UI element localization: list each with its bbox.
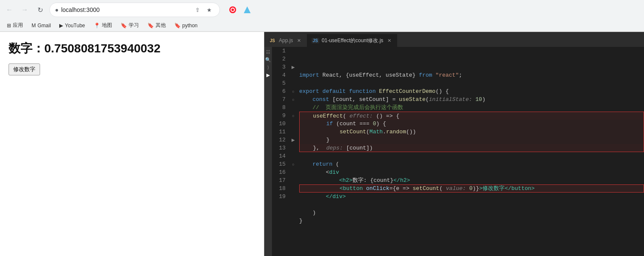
code-token: if: [326, 120, 336, 128]
code-token: import: [299, 71, 323, 79]
line-numbers: 12345678910111213141516171819: [272, 47, 289, 256]
vscode-editor: JSApp.js✕JS01-useEffect的count修改.js✕ ☷ 🔍 …: [264, 32, 644, 256]
bookmark-item[interactable]: 🔖学习: [117, 20, 142, 30]
circle-icon[interactable]: ○: [292, 98, 294, 102]
code-token: [299, 193, 326, 201]
debug-icon[interactable]: ▶: [265, 72, 271, 78]
line-dec-4: [289, 71, 297, 79]
browser-extensions: [227, 4, 253, 16]
line-num-6: 6: [282, 87, 286, 95]
code-token: [299, 209, 312, 217]
code-token: .: [383, 128, 386, 136]
code-token: [299, 160, 312, 168]
search-icon[interactable]: 🔍: [265, 56, 271, 63]
scm-icon[interactable]: ⟩: [265, 64, 271, 71]
tab-close-1[interactable]: ✕: [386, 37, 393, 44]
code-token: ===: [359, 120, 373, 128]
code-line-17: [299, 201, 644, 209]
bookmark-item[interactable]: 🔖其他: [144, 20, 169, 30]
share-button[interactable]: ⇧: [192, 5, 202, 15]
code-token: [count, setCount]: [332, 95, 392, 104]
code-token: div: [329, 168, 339, 176]
code-token: [300, 120, 326, 128]
line-dec-8: [289, 104, 297, 112]
circle-icon[interactable]: ○: [292, 162, 294, 167]
code-editor[interactable]: import React, {useEffect, useState} from…: [297, 47, 644, 256]
code-token: 0: [469, 184, 473, 193]
code-token: =: [392, 95, 399, 104]
circle-icon[interactable]: ○: [292, 114, 294, 118]
code-token: 页面渲染完成后会执行这个函数: [323, 104, 404, 112]
code-lines: import React, {useEffect, useState} from…: [299, 47, 644, 225]
number-display: 数字：0.7508081753940032: [9, 40, 255, 57]
modify-number-button[interactable]: 修改数字: [9, 63, 40, 75]
code-token: (: [343, 112, 346, 120]
code-token: from: [416, 71, 436, 79]
code-line-14: <h2>数字: {count}</h2>: [299, 176, 644, 184]
fold-icon[interactable]: ▶: [292, 138, 295, 142]
browser-page: 数字：0.7508081753940032 修改数字: [0, 32, 264, 256]
back-button[interactable]: ←: [3, 4, 15, 16]
line-num-16: 16: [279, 168, 286, 176]
fold-icon[interactable]: ▶: [292, 65, 295, 69]
bookmark-item[interactable]: ⊞应用: [3, 20, 26, 30]
code-token: <h2>: [339, 176, 352, 184]
line-dec-17: [289, 176, 297, 184]
code-line-18: ): [299, 209, 644, 217]
address-bar[interactable]: ● localhost:3000 ⇧ ★: [49, 3, 220, 17]
code-token: ): [482, 95, 485, 104]
circle-icon[interactable]: ○: [292, 89, 294, 94]
line-num-10: 10: [279, 120, 286, 128]
line-dec-12: ▶: [289, 136, 297, 144]
browser-chrome: ← → ↻ ● localhost:3000 ⇧ ★ ⊞应用MGmail▶You…: [0, 0, 644, 32]
code-line-5: // 页面渲染完成后会执行这个函数: [299, 104, 644, 112]
code-line-19: }: [299, 217, 644, 225]
code-token: [299, 176, 339, 184]
code-token: () => {: [376, 112, 399, 120]
editor-tab-1[interactable]: JS01-useEffect的count修改.js✕: [307, 34, 398, 47]
line-dec-14: [289, 152, 297, 160]
svg-point-0: [229, 6, 236, 13]
code-token: random: [386, 128, 406, 136]
line-dec-1: [289, 47, 297, 55]
line-dec-2: [289, 55, 297, 63]
code-token: }: [299, 217, 303, 225]
nav-bar: ← → ↻ ● localhost:3000 ⇧ ★: [0, 0, 644, 20]
line-num-13: 13: [279, 144, 286, 152]
bookmark-item[interactable]: MGmail: [28, 21, 54, 30]
code-token: [300, 136, 326, 144]
line-num-7: 7: [282, 95, 286, 104]
bookmark-item[interactable]: 📍地图: [90, 20, 116, 30]
code-token: deps:: [320, 144, 346, 152]
line-num-2: 2: [282, 55, 286, 63]
code-token: }: [326, 136, 329, 144]
bookmark-item[interactable]: 🔖python: [171, 21, 201, 30]
line-num-15: 15: [279, 160, 286, 168]
line-num-8: 8: [282, 104, 286, 112]
ext2-icon[interactable]: [241, 4, 253, 16]
code-token: 0: [373, 120, 376, 128]
code-token: () {: [436, 87, 449, 95]
bookmark-item[interactable]: ▶YouTube: [56, 21, 88, 30]
code-token: )}: [473, 184, 479, 193]
bookmark-button[interactable]: ★: [204, 5, 214, 15]
code-token: >修改数字</button>: [479, 184, 534, 193]
code-token: [300, 112, 313, 120]
reload-button[interactable]: ↻: [34, 4, 46, 16]
code-line-13: <div: [299, 168, 644, 176]
code-token: [300, 144, 313, 152]
code-line-8: setCount(Math.random()): [299, 128, 644, 136]
line-num-19: 19: [279, 193, 286, 201]
code-line-12: return (: [299, 160, 644, 168]
tab-close-0[interactable]: ✕: [296, 37, 303, 44]
explorer-icon[interactable]: ☷: [265, 49, 271, 55]
editor-tab-bar: JSApp.js✕JS01-useEffect的count修改.js✕: [264, 32, 644, 47]
code-line-4: const [count, setCount] = useState(initi…: [299, 95, 644, 104]
line-dec-5: [289, 79, 297, 87]
editor-tab-0[interactable]: JSApp.js✕: [264, 34, 307, 47]
code-token: [300, 128, 340, 136]
forward-button[interactable]: →: [19, 4, 31, 16]
code-token: [299, 168, 326, 176]
code-token: ;: [459, 71, 462, 79]
opera-ext-icon[interactable]: [227, 4, 239, 16]
